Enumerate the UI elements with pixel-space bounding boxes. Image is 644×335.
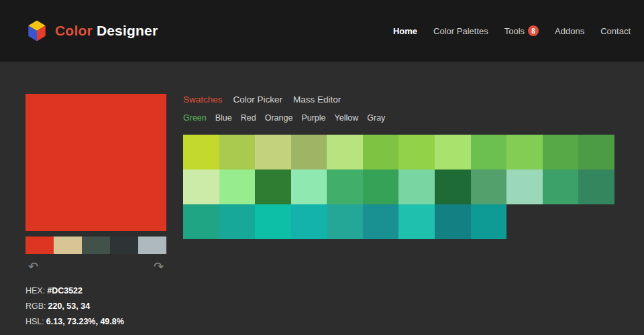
- nav-color-palettes[interactable]: Color Palettes: [433, 26, 488, 36]
- swatch-cell[interactable]: [219, 135, 256, 170]
- swatch-cell[interactable]: [435, 204, 471, 239]
- family-yellow[interactable]: Yellow: [335, 113, 359, 123]
- tools-count-badge: 8: [528, 25, 539, 36]
- main-content: ↶ ↷ HEX:#DC3522 RGB:220, 53, 34 HSL:6.13…: [0, 62, 644, 332]
- swatch-cell[interactable]: [398, 170, 435, 204]
- header: Color Designer Home Color Palettes Tools…: [0, 0, 644, 62]
- nav-tools[interactable]: Tools8: [504, 25, 539, 36]
- palette-row: [25, 237, 166, 254]
- swatch-cell[interactable]: [506, 170, 543, 204]
- main-nav: Home Color Palettes Tools8 Addons Contac…: [393, 25, 631, 36]
- swatch-cell[interactable]: [183, 135, 219, 170]
- family-red[interactable]: Red: [241, 113, 256, 123]
- palette-swatch[interactable]: [138, 237, 166, 254]
- undo-icon[interactable]: ↶: [28, 261, 38, 273]
- swatch-cell[interactable]: [543, 135, 579, 170]
- hsl-value-line: HSL:6.13, 73.23%, 49.8%: [25, 317, 166, 326]
- nav-addons[interactable]: Addons: [555, 26, 584, 36]
- swatch-cell[interactable]: [327, 204, 363, 239]
- swatch-cell[interactable]: [398, 204, 435, 239]
- swatch-cell[interactable]: [471, 204, 507, 239]
- palette-swatch[interactable]: [25, 237, 54, 254]
- hsl-label: HSL:: [25, 317, 44, 326]
- hex-value-line: HEX:#DC3522: [25, 286, 166, 295]
- history-controls: ↶ ↷: [25, 261, 166, 273]
- swatch-cell[interactable]: [255, 135, 291, 170]
- page: Color Designer Home Color Palettes Tools…: [0, 0, 644, 335]
- swatch-cell[interactable]: [219, 204, 256, 239]
- swatch-cell[interactable]: [255, 204, 291, 239]
- family-blue[interactable]: Blue: [215, 113, 232, 123]
- nav-contact[interactable]: Contact: [600, 26, 631, 36]
- nav-tools-label: Tools: [504, 26, 525, 36]
- color-panel: ↶ ↷ HEX:#DC3522 RGB:220, 53, 34 HSL:6.13…: [25, 94, 166, 332]
- swatch-cell[interactable]: [471, 135, 507, 170]
- swatch-cell[interactable]: [398, 135, 435, 170]
- hex-label: HEX:: [25, 286, 45, 295]
- swatch-cell[interactable]: [435, 135, 471, 170]
- tab-swatches[interactable]: Swatches: [183, 94, 223, 105]
- swatch-cell[interactable]: [327, 170, 363, 204]
- palette-swatch[interactable]: [110, 237, 138, 254]
- swatch-grid: [183, 135, 614, 239]
- family-gray[interactable]: Gray: [367, 113, 385, 123]
- swatch-cell[interactable]: [291, 170, 327, 204]
- color-info: HEX:#DC3522 RGB:220, 53, 34 HSL:6.13, 73…: [25, 286, 166, 326]
- hsl-value: 6.13, 73.23%, 49.8%: [46, 317, 124, 326]
- tab-mass-editor[interactable]: Mass Editor: [293, 94, 341, 105]
- selected-color-swatch[interactable]: [25, 94, 166, 231]
- palette-swatch[interactable]: [54, 237, 82, 254]
- swatch-grid-row: [183, 170, 614, 204]
- swatch-cell[interactable]: [471, 170, 507, 204]
- swatch-cell[interactable]: [506, 135, 543, 170]
- swatch-grid-row: [183, 204, 614, 239]
- swatch-cell[interactable]: [578, 135, 614, 170]
- swatch-grid-row: [183, 135, 614, 170]
- family-green[interactable]: Green: [183, 113, 207, 123]
- nav-home[interactable]: Home: [393, 26, 417, 36]
- swatch-cell[interactable]: [327, 135, 363, 170]
- family-orange[interactable]: Orange: [265, 113, 293, 123]
- rgb-label: RGB:: [25, 302, 46, 311]
- swatch-cell[interactable]: [578, 170, 614, 204]
- swatch-cell[interactable]: [363, 204, 399, 239]
- swatch-cell[interactable]: [291, 135, 327, 170]
- tab-color-picker[interactable]: Color Picker: [233, 94, 283, 105]
- logo-cube-icon: [25, 19, 48, 42]
- swatch-cell[interactable]: [219, 170, 256, 204]
- swatch-cell[interactable]: [363, 135, 399, 170]
- color-families: Green Blue Red Orange Purple Yellow Gray: [183, 113, 614, 123]
- redo-icon[interactable]: ↷: [154, 261, 164, 273]
- swatches-panel: Swatches Color Picker Mass Editor Green …: [183, 94, 614, 332]
- logo[interactable]: Color Designer: [25, 19, 158, 42]
- rgb-value-line: RGB:220, 53, 34: [25, 302, 166, 311]
- swatch-cell[interactable]: [435, 170, 471, 204]
- logo-text: Color Designer: [55, 23, 158, 39]
- hex-value: #DC3522: [47, 286, 83, 295]
- palette-swatch[interactable]: [82, 237, 110, 254]
- logo-text-color: Color: [55, 23, 93, 38]
- rgb-value: 220, 53, 34: [48, 302, 91, 311]
- logo-text-designer: Designer: [97, 23, 158, 38]
- family-purple[interactable]: Purple: [301, 113, 325, 123]
- swatch-cell[interactable]: [183, 204, 219, 239]
- swatch-cell[interactable]: [183, 170, 219, 204]
- swatch-cell[interactable]: [291, 204, 327, 239]
- swatch-cell[interactable]: [363, 170, 399, 204]
- swatch-cell[interactable]: [543, 170, 579, 204]
- swatch-cell[interactable]: [255, 170, 291, 204]
- tabs: Swatches Color Picker Mass Editor: [183, 94, 614, 105]
